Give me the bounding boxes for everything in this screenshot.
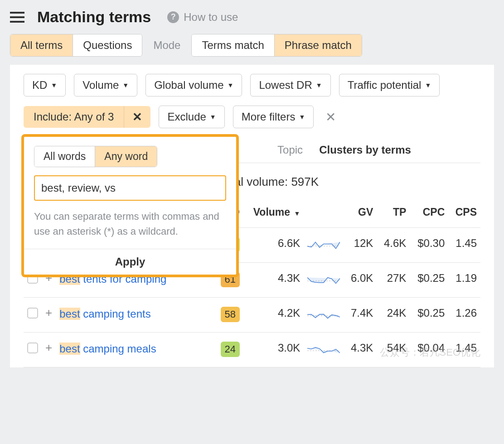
keyword-link[interactable]: best camping tents: [59, 307, 150, 321]
include-popover: All words Any word You can separate term…: [21, 134, 239, 277]
filter-exclude[interactable]: Exclude▼: [159, 106, 224, 128]
expand-icon[interactable]: +: [45, 307, 52, 319]
cell-cpc: $0.25: [410, 263, 448, 298]
chevron-down-icon: ▼: [316, 82, 322, 89]
help-icon: ?: [167, 11, 179, 23]
terms-questions-toggle: All terms Questions: [10, 34, 142, 57]
table-row: + best camping tents 58 4.2K 7.4K 24K $0…: [24, 298, 480, 333]
sparkline-icon: [307, 342, 340, 355]
cell-tp: 4.6K: [377, 228, 410, 263]
include-close-icon[interactable]: ✕: [124, 106, 150, 128]
page-title: Matching terms: [37, 8, 151, 26]
tab-all-words[interactable]: All words: [34, 146, 95, 167]
cell-tp: 24K: [377, 298, 410, 333]
cell-volume: 4.3K: [243, 263, 304, 298]
help-label: How to use: [184, 11, 238, 24]
cell-gv: 12K: [344, 228, 377, 263]
row-checkbox[interactable]: [27, 308, 38, 319]
filter-volume[interactable]: Volume▼: [74, 74, 137, 97]
col-tp[interactable]: TP: [377, 201, 410, 228]
chevron-down-icon: ▼: [299, 113, 305, 121]
tab-all-terms[interactable]: All terms: [10, 34, 73, 56]
chevron-down-icon: ▼: [210, 113, 216, 121]
sort-desc-icon: ▼: [294, 210, 300, 217]
cluster-topic[interactable]: Topic: [277, 144, 303, 163]
cell-volume: 4.2K: [243, 298, 304, 333]
chevron-down-icon: ▼: [228, 82, 234, 89]
chevron-down-icon: ▼: [425, 82, 431, 89]
apply-button[interactable]: Apply: [24, 249, 236, 275]
filter-traffic-potential[interactable]: Traffic potential▼: [339, 74, 440, 97]
how-to-use-link[interactable]: ? How to use: [167, 11, 238, 24]
cell-gv: 6.0K: [344, 263, 377, 298]
kd-badge: 58: [221, 307, 240, 322]
tab-any-word[interactable]: Any word: [95, 146, 157, 167]
filter-kd[interactable]: KD▼: [24, 74, 66, 97]
cell-volume: 3.0K: [243, 333, 304, 367]
tab-terms-match[interactable]: Terms match: [192, 34, 274, 56]
cell-tp: 54K: [377, 333, 410, 367]
chevron-down-icon: ▼: [122, 82, 129, 89]
cell-cps: 1.19: [448, 263, 480, 298]
cell-gv: 7.4K: [344, 298, 377, 333]
tab-phrase-match[interactable]: Phrase match: [275, 34, 362, 56]
chevron-down-icon: ▼: [51, 82, 57, 89]
col-cpc[interactable]: CPC: [410, 201, 448, 228]
cell-cps: 1.26: [448, 298, 480, 333]
cell-cpc: $0.25: [410, 298, 448, 333]
clear-filters-icon[interactable]: ✕: [322, 110, 339, 125]
keyword-link[interactable]: best camping meals: [59, 342, 156, 356]
sparkline-icon: [307, 237, 340, 251]
cell-cpc: $0.30: [410, 228, 448, 263]
sparkline-icon: [307, 272, 340, 285]
col-gv[interactable]: GV: [344, 201, 377, 228]
hamburger-menu[interactable]: [10, 12, 24, 23]
sparkline-icon: [307, 307, 340, 320]
filter-global-volume[interactable]: Global volume▼: [145, 74, 242, 97]
include-filter-chip[interactable]: Include: Any of 3 ✕: [24, 106, 150, 128]
total-volume: Total volume: 597K: [218, 163, 480, 201]
include-hint: You can separate terms with commas and u…: [34, 209, 226, 239]
include-label: Include: Any of 3: [24, 106, 124, 128]
include-terms-input[interactable]: [34, 175, 226, 201]
cell-cpc: $0.04: [410, 333, 448, 367]
word-match-toggle: All words Any word: [34, 146, 157, 167]
cell-cps: 1.45: [448, 228, 480, 263]
cluster-terms[interactable]: Clusters by terms: [319, 144, 411, 163]
tab-questions[interactable]: Questions: [73, 34, 142, 56]
cell-volume: 6.6K: [243, 228, 304, 263]
expand-icon[interactable]: +: [45, 342, 52, 353]
cell-gv: 4.3K: [344, 333, 377, 367]
cell-tp: 27K: [377, 263, 410, 298]
row-checkbox[interactable]: [27, 343, 38, 353]
match-mode-toggle: Terms match Phrase match: [191, 34, 362, 57]
filter-more[interactable]: More filters▼: [233, 106, 314, 128]
cell-cps: 1.45: [448, 333, 480, 367]
col-volume[interactable]: Volume ▼: [243, 201, 304, 228]
mode-label: Mode: [150, 39, 183, 52]
filter-lowest-dr[interactable]: Lowest DR▼: [250, 74, 330, 97]
col-cps[interactable]: CPS: [448, 201, 480, 228]
kd-badge: 24: [221, 342, 240, 357]
table-row: + best camping meals 24 3.0K 4.3K 54K $0…: [24, 333, 480, 367]
